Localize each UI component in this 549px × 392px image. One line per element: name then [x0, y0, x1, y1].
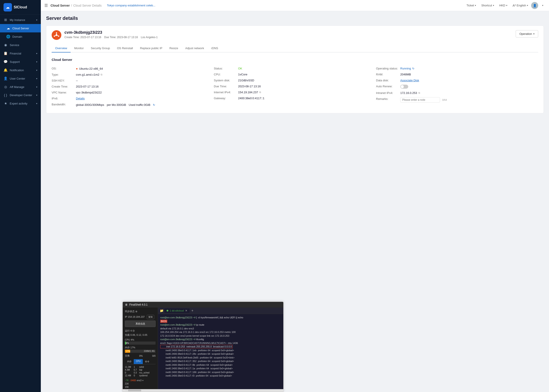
bandwidth-refresh-icon[interactable]: ↻ [153, 103, 155, 107]
menu-toggle-icon[interactable]: ☰ [44, 3, 48, 8]
fs-net-val3: 15K [125, 385, 156, 389]
fs-session-dot [167, 310, 168, 312]
sidebar-icon-support: 💬 [4, 60, 7, 64]
operating-status-refresh-icon[interactable]: ↻ [412, 67, 414, 70]
user-avatar[interactable]: 👤 [531, 2, 538, 9]
terminal-line: 172.16.0.0/24 dev ens3 proto kernel scop… [160, 334, 281, 338]
process-row: 0 0.3 rcu_sched [125, 371, 156, 374]
ticket-button[interactable]: Ticket ▾ [464, 2, 478, 8]
tab-security-group[interactable]: Security Group [87, 44, 114, 52]
server-name: cvm-3kdbmjg23i223 [64, 30, 516, 35]
server-title-block: cvm-3kdbmjg23i223 Create Time: 2023-07-1… [64, 30, 516, 39]
fs-session-tab[interactable]: 1 dd-silicloud ✕ [164, 308, 190, 313]
main-area: ☰ Cloud Server / Cloud Server Details To… [41, 0, 549, 392]
detail-internet-ipv4: Internet IPv4: 154.19.184.237 ⧉ [214, 89, 376, 95]
avatar-chevron[interactable]: ▾ [539, 3, 545, 8]
currency-button[interactable]: HKD ▾ [497, 2, 509, 8]
tab-monitor[interactable]: Monitor [71, 44, 87, 52]
sidebar-item-developer-center[interactable]: { } Developer Center ▾ [0, 91, 41, 99]
fs-cpu-bar-fill: 4% [125, 342, 126, 345]
tab-os-reinstall[interactable]: OS Reinstall [114, 44, 136, 52]
details-grid: OS: ● Ubuntu-22-x86_64 Type: cvm.g1.amd.… [52, 65, 538, 109]
fs-tab-cmd[interactable]: 命令 [143, 359, 152, 364]
fs-process-table: 11.3M 1 sshd4.3M 0.7 top0 0.3 rcu_sched1… [125, 365, 156, 377]
content-area: Server details c [41, 11, 549, 392]
nav-announcement[interactable]: Tokyo company establishment celeb... [107, 4, 464, 7]
detail-ram: RAM: 2048MB [376, 71, 538, 77]
ipv4-copy-icon[interactable]: ⧉ [259, 91, 261, 94]
detail-intranet-ipv4: Intranet IPv4: 172.16.0.253 ⧉ [376, 90, 538, 96]
tab-replace-ip[interactable]: Replace public IP [137, 44, 166, 52]
topnav: ☰ Cloud Server / Cloud Server Details To… [41, 0, 549, 11]
ubuntu-icon [52, 30, 61, 40]
detail-system-disk: System disk: 21GiB/vSSD [214, 77, 376, 83]
terminal-line: inet6 2400:38e0:0:4117::8b prefixlen 64 … [160, 363, 281, 367]
fs-process-tabs: 内存 CPU 命令 [125, 359, 156, 364]
fs-sysinfo-btn[interactable]: 系统信息 [125, 321, 156, 327]
process-row: 4.3M 0.7 top [125, 368, 156, 371]
fs-title-text: FinalShell 4.0.1 [129, 303, 148, 306]
logo-icon: ☁ [4, 3, 12, 11]
language-button[interactable]: Aᴬ English ▾ [510, 2, 530, 9]
logo-text: SICloud [14, 5, 27, 9]
tab-resize[interactable]: Resize [166, 44, 182, 52]
detail-status: Status: OK [214, 65, 376, 71]
tab-rdns[interactable]: rDNS [208, 44, 222, 52]
sidebar-item-experi-activity[interactable]: ★ Experi activity ▾ [0, 99, 41, 108]
sidebar-item-service[interactable]: ◉ Service [0, 41, 41, 49]
svg-point-2 [56, 32, 57, 34]
fs-session-close-icon[interactable]: ✕ [185, 309, 187, 312]
detail-create-time: Create Time: 2023-07-17 13:16 [52, 84, 214, 90]
sidebar-icon-notification: 🔔 [4, 68, 7, 72]
tab-overview[interactable]: Overview [52, 44, 71, 52]
fs-cpu-label: CPU 4% [125, 338, 156, 341]
terminal-line: ens3: flags=4163<UP,BROADCAST,RUNNING,MU… [160, 341, 281, 345]
col3: Operating status: Running ↻ RAM: 2048MB … [376, 65, 538, 109]
sidebar-item-support[interactable]: 💬 Support ▾ [0, 57, 41, 66]
terminal-line: root@en-cvm-3kdbmjg23i223:~# ifconfig [160, 337, 281, 341]
sidebar-item-my-instance[interactable]: ⊞ My Instance ▾ [0, 16, 41, 24]
finalshell-window: 🖥 FinalShell 4.0.1 同步状态 IP 154.19.184.23… [122, 302, 284, 392]
fs-copy-btn[interactable]: 复制 [147, 315, 154, 319]
sidebar-label-aff-manage: Aff Manage [10, 85, 24, 89]
fs-ip-row: IP 154.19.184.237 复制 [125, 315, 156, 319]
operation-button[interactable]: Operation ▾ [516, 30, 538, 37]
sidebar-label-developer-center: Developer Center [10, 93, 32, 97]
fs-mem-bar: 17% 338M/1.9G [125, 350, 156, 353]
detail-data-disk: Data disk: Associate Disk [376, 77, 538, 83]
shortcut-button[interactable]: Shortcut ▾ [479, 2, 496, 8]
fs-new-tab-icon[interactable]: + [190, 309, 194, 313]
terminal-line: inet6 2400:38e0:0:4117::f3 prefixlen 64 … [160, 374, 281, 378]
sidebar-label-notification: Notification [10, 69, 24, 72]
breadcrumb-separator: / [71, 4, 72, 7]
fs-folder-icon[interactable]: 📁 [160, 309, 164, 312]
sidebar-item-notification[interactable]: 🔔 Notification ▾ [0, 66, 41, 74]
sidebar-item-financial[interactable]: 📋 Financial ▾ [0, 49, 41, 57]
sidebar-item-user-center[interactable]: 👤 User Center ▾ [0, 74, 41, 83]
intranet-ipv4-copy-icon[interactable]: ⧉ [418, 91, 420, 94]
fs-tab-cpu[interactable]: CPU [134, 359, 143, 364]
sidebar-item-domain[interactable]: 🌐 Domain [0, 32, 41, 41]
sidebar-logo[interactable]: ☁ SICloud [0, 0, 41, 15]
terminal-line: root@en-cvm-3kdbmjg23i223:~# [ -d /sys/f… [160, 316, 281, 319]
terminal-line: default via 172.16.0.1 dev ens3 [160, 327, 281, 330]
fs-scroll-thumb[interactable] [128, 390, 141, 391]
tab-adjust-network[interactable]: Adjust network [182, 44, 207, 52]
fs-cpu-bar: 4% [125, 342, 156, 345]
fs-terminal-panel: 📁 1 dd-silicloud ✕ + root@en-cvm-3kdbmjg… [158, 308, 283, 389]
detail-due-time: Due Time: 2023-08-17 13:16 [214, 83, 376, 89]
remarks-input[interactable] [400, 97, 440, 103]
fs-terminal[interactable]: root@en-cvm-3kdbmjg23i223:~# [ -d /sys/f… [158, 314, 283, 389]
auto-renew-toggle[interactable] [400, 85, 408, 89]
process-row: 12.4M 0 systemd [125, 374, 156, 377]
sidebar-item-aff-manage[interactable]: ◎ Aff Manage ▾ [0, 83, 41, 91]
terminal-line: inet6 fe80::f816:3eff:feeb:2b65 prefixle… [160, 356, 281, 360]
sidebar-icon-user-center: 👤 [4, 77, 7, 80]
type-copy-icon[interactable]: ⧉ [101, 73, 102, 76]
detail-os: OS: ● Ubuntu-22-x86_64 [52, 65, 214, 72]
sidebar-label-experi-activity: Experi activity [10, 102, 27, 105]
detail-ipv6: IPv6: Details [52, 95, 214, 101]
sidebar-item-cloud-server[interactable]: ☁ Cloud Server [0, 24, 41, 32]
fs-tab-mem[interactable]: 内存 [125, 359, 134, 364]
process-row: 11.3M 1 sshd [125, 365, 156, 368]
